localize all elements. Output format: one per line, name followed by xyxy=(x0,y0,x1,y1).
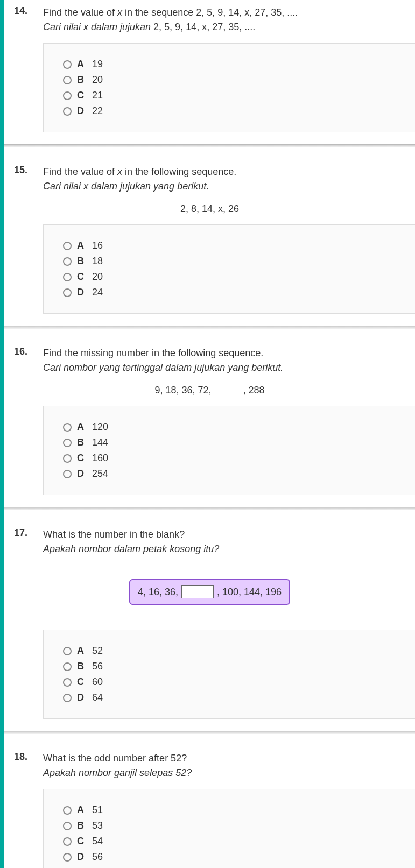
question-number: 16. xyxy=(11,346,43,375)
q-en-post: in the sequence 2, 5, 9, 14, x, 27, 35, … xyxy=(122,7,298,18)
answer-option-d[interactable]: D22 xyxy=(63,103,415,119)
sequence-display: 9, 18, 36, 72, , 288 xyxy=(4,385,415,396)
answer-option-b[interactable]: B53 xyxy=(63,818,415,834)
question-number: 17. xyxy=(11,527,43,556)
divider xyxy=(4,326,415,329)
answer-letter: A xyxy=(77,645,87,657)
question-text: Find the value of x in the sequence 2, 5… xyxy=(43,5,409,34)
q-ms: Apakah nombor dalam petak kosong itu? xyxy=(43,544,219,554)
answer-text: 22 xyxy=(92,105,103,117)
answer-letter: B xyxy=(77,74,87,86)
answer-letter: D xyxy=(77,105,87,117)
question-text: Find the value of x in the following seq… xyxy=(43,165,409,194)
question-text: What is the odd number after 52? Apakah … xyxy=(43,751,409,780)
question-14: 14. Find the value of x in the sequence … xyxy=(4,0,415,132)
answer-text: 19 xyxy=(92,59,103,70)
answer-letter: C xyxy=(77,453,87,464)
radio-icon xyxy=(63,678,72,687)
answer-text: 64 xyxy=(92,692,103,703)
q-ms: Apakah nombor ganjil selepas 52? xyxy=(43,767,192,778)
divider xyxy=(4,507,415,510)
answers-box: A120 B144 C160 D254 xyxy=(43,406,415,495)
answer-letter: D xyxy=(77,851,87,863)
answer-letter: C xyxy=(77,676,87,688)
sequence-display: 2, 8, 14, x, 26 xyxy=(4,203,415,215)
sequence-box: 4, 16, 36, , 100, 144, 196 xyxy=(129,579,290,605)
answer-letter: C xyxy=(77,90,87,101)
answer-option-b[interactable]: B56 xyxy=(63,659,415,674)
question-number: 15. xyxy=(11,165,43,194)
question-header: 14. Find the value of x in the sequence … xyxy=(4,5,415,34)
sequence-text: 2, 8, 14, x, 26 xyxy=(180,203,239,214)
q-en: What is the odd number after 52? xyxy=(43,753,187,764)
answer-option-c[interactable]: C54 xyxy=(63,834,415,849)
box-post: , 100, 144, 196 xyxy=(217,587,282,598)
answer-option-a[interactable]: A120 xyxy=(63,419,415,435)
seq-pre: 9, 18, 36, 72, xyxy=(154,385,214,396)
radio-icon xyxy=(63,853,72,862)
answer-text: 254 xyxy=(92,468,108,479)
q-ms: Cari nilai x dalam jujukan yang berikut. xyxy=(43,181,209,192)
radio-icon xyxy=(63,288,72,297)
answer-option-b[interactable]: B144 xyxy=(63,435,415,450)
q-ms-post: 2, 5, 9, 14, x, 27, 35, .... xyxy=(153,22,255,32)
radio-icon xyxy=(63,694,72,702)
q-en-pre: Find the value of xyxy=(43,166,117,177)
radio-icon xyxy=(63,439,72,447)
answer-option-c[interactable]: C160 xyxy=(63,450,415,466)
answer-option-b[interactable]: B20 xyxy=(63,72,415,88)
q-en-post: in the following sequence. xyxy=(122,166,236,177)
radio-icon xyxy=(63,662,72,671)
answer-option-b[interactable]: B18 xyxy=(63,253,415,269)
answer-option-a[interactable]: A19 xyxy=(63,57,415,72)
question-header: 15. Find the value of x in the following… xyxy=(4,165,415,194)
divider xyxy=(4,144,415,147)
q-en: Find the missing number in the following… xyxy=(43,348,263,358)
answers-box: A52 B56 C60 D64 xyxy=(43,630,415,719)
answer-text: 16 xyxy=(92,240,103,251)
q-en-var: x xyxy=(117,7,122,18)
answer-letter: D xyxy=(77,692,87,703)
sequence-box-wrap: 4, 16, 36, , 100, 144, 196 xyxy=(4,569,415,615)
answer-text: 160 xyxy=(92,453,108,464)
answer-letter: C xyxy=(77,836,87,847)
question-17: 17. What is the number in the blank? Apa… xyxy=(4,522,415,719)
radio-icon xyxy=(63,423,72,432)
answers-box: A19 B20 C21 D22 xyxy=(43,43,415,132)
fill-blank xyxy=(215,393,242,393)
answer-letter: B xyxy=(77,256,87,267)
answer-text: 18 xyxy=(92,256,103,267)
question-header: 18. What is the odd number after 52? Apa… xyxy=(4,751,415,780)
answer-option-a[interactable]: A52 xyxy=(63,643,415,659)
answer-option-d[interactable]: D24 xyxy=(63,285,415,300)
radio-icon xyxy=(63,60,72,69)
radio-icon xyxy=(63,107,72,116)
answer-text: 60 xyxy=(92,676,103,688)
answer-option-d[interactable]: D64 xyxy=(63,690,415,705)
answer-option-a[interactable]: A51 xyxy=(63,802,415,818)
answer-option-d[interactable]: D56 xyxy=(63,849,415,865)
answer-option-c[interactable]: C21 xyxy=(63,88,415,103)
blank-box-icon xyxy=(181,585,214,598)
answer-option-d[interactable]: D254 xyxy=(63,466,415,482)
radio-icon xyxy=(63,470,72,478)
question-16: 16. Find the missing number in the follo… xyxy=(4,341,415,495)
answer-option-c[interactable]: C20 xyxy=(63,269,415,285)
answer-text: 120 xyxy=(92,421,108,433)
radio-icon xyxy=(63,454,72,463)
quiz-page: 14. Find the value of x in the sequence … xyxy=(0,0,415,868)
answer-option-c[interactable]: C60 xyxy=(63,674,415,690)
answer-text: 52 xyxy=(92,645,103,657)
radio-icon xyxy=(63,647,72,655)
radio-icon xyxy=(63,273,72,281)
question-number: 14. xyxy=(11,5,43,34)
answer-option-a[interactable]: A16 xyxy=(63,238,415,253)
answer-letter: D xyxy=(77,287,87,298)
answer-text: 21 xyxy=(92,90,103,101)
box-pre: 4, 16, 36, xyxy=(138,587,178,598)
answer-text: 53 xyxy=(92,820,103,831)
answer-letter: A xyxy=(77,805,87,816)
q-ms: Cari nombor yang tertinggal dalam jujuka… xyxy=(43,362,283,373)
answer-letter: B xyxy=(77,437,87,448)
question-18: 18. What is the odd number after 52? Apa… xyxy=(4,746,415,868)
